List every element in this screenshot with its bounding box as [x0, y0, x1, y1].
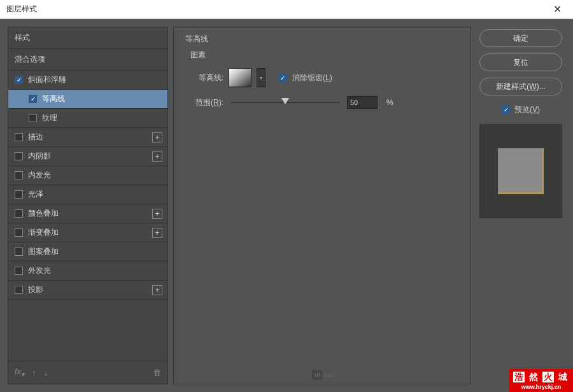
arrow-down-icon[interactable]: ↓: [44, 368, 48, 377]
checkbox-icon[interactable]: [15, 171, 23, 179]
percent-label: %: [386, 98, 393, 107]
style-satin[interactable]: 光泽: [8, 185, 167, 204]
style-label: 光泽: [28, 189, 43, 200]
reset-button[interactable]: 复位: [479, 53, 562, 71]
range-label: 范围(R):: [185, 97, 223, 108]
style-label: 描边: [28, 132, 43, 143]
style-pattern-overlay[interactable]: 图案叠加: [8, 242, 167, 262]
preview-label: 预览(V): [514, 104, 540, 115]
style-color-overlay[interactable]: 颜色叠加 +: [8, 204, 167, 223]
styles-header[interactable]: 样式: [8, 27, 167, 49]
preview-checkbox[interactable]: [502, 106, 511, 115]
plus-icon[interactable]: +: [152, 132, 162, 143]
style-label: 图案叠加: [28, 246, 59, 257]
settings-panel: 等高线 图素 等高线: ▾ 消除锯齿(L) 范围(R): % UIcn: [173, 27, 471, 384]
ui-watermark: UIcn: [312, 370, 332, 380]
checkbox-icon[interactable]: [15, 209, 23, 218]
range-slider[interactable]: [231, 102, 339, 103]
style-contour[interactable]: 等高线: [8, 90, 167, 109]
contour-label: 等高线:: [185, 73, 223, 83]
new-style-button[interactable]: 新建样式(W)...: [479, 78, 562, 95]
checkbox-icon[interactable]: [15, 286, 23, 294]
style-label: 斜面和浮雕: [28, 74, 66, 85]
style-label: 内阴影: [28, 151, 51, 162]
style-label: 外发光: [28, 265, 51, 276]
checkbox-icon[interactable]: [29, 95, 37, 103]
preview-thumbnail: [479, 124, 562, 218]
styles-list: 样式 混合选项 斜面和浮雕 等高线 纹理 描边 + 内阴影 + 内发光: [8, 27, 168, 384]
range-input[interactable]: [347, 96, 378, 109]
checkbox-icon[interactable]: [15, 76, 23, 84]
style-label: 等高线: [42, 94, 65, 104]
blend-options[interactable]: 混合选项: [8, 49, 167, 71]
style-texture[interactable]: 纹理: [8, 109, 167, 128]
style-gradient-overlay[interactable]: 渐变叠加 +: [8, 223, 167, 242]
style-bevel-emboss[interactable]: 斜面和浮雕: [8, 71, 167, 90]
plus-icon[interactable]: +: [152, 151, 162, 162]
checkbox-icon[interactable]: [15, 152, 23, 160]
elements-label: 图素: [190, 50, 459, 60]
style-inner-shadow[interactable]: 内阴影 +: [8, 147, 167, 166]
antialiased-checkbox[interactable]: [278, 73, 287, 82]
fx-menu[interactable]: fx▾: [15, 367, 24, 379]
section-title: 等高线: [185, 34, 459, 45]
trash-icon[interactable]: 🗑: [153, 368, 161, 377]
contour-picker[interactable]: [229, 68, 251, 87]
site-watermark: 浩然火城 www.hryckj.cn: [509, 369, 573, 392]
style-label: 渐变叠加: [28, 227, 59, 238]
ok-button[interactable]: 确定: [479, 29, 562, 47]
style-drop-shadow[interactable]: 投影 +: [8, 281, 167, 300]
checkbox-icon[interactable]: [15, 267, 23, 275]
checkbox-icon[interactable]: [15, 228, 23, 237]
style-outer-glow[interactable]: 外发光: [8, 262, 167, 281]
arrow-up-icon[interactable]: ↑: [32, 368, 36, 377]
style-label: 投影: [28, 284, 43, 295]
style-label: 颜色叠加: [28, 208, 59, 219]
style-inner-glow[interactable]: 内发光: [8, 166, 167, 185]
action-panel: 确定 复位 新建样式(W)... 预览(V): [476, 27, 565, 384]
checkbox-icon[interactable]: [15, 190, 23, 199]
close-icon[interactable]: ✕: [548, 3, 567, 15]
plus-icon[interactable]: +: [152, 285, 162, 295]
style-label: 纹理: [42, 113, 57, 123]
checkbox-icon[interactable]: [29, 114, 37, 122]
style-stroke[interactable]: 描边 +: [8, 128, 167, 147]
preview-square: [498, 148, 544, 194]
style-label: 内发光: [28, 170, 51, 181]
slider-thumb-icon[interactable]: [281, 98, 289, 104]
checkbox-icon[interactable]: [15, 133, 23, 141]
plus-icon[interactable]: +: [152, 209, 162, 219]
checkbox-icon[interactable]: [15, 248, 23, 256]
antialiased-label: 消除锯齿(L): [292, 73, 332, 83]
chevron-down-icon[interactable]: ▾: [257, 68, 265, 87]
dialog-title: 图层样式: [6, 4, 37, 15]
plus-icon[interactable]: +: [152, 228, 162, 238]
